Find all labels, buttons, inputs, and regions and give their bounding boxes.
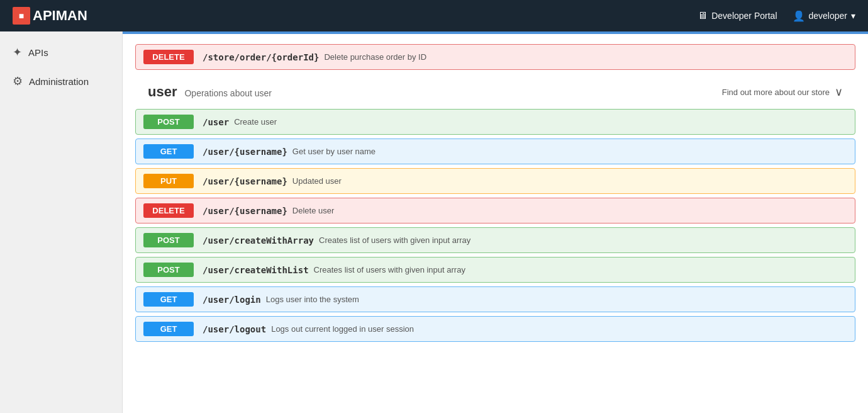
post-badge-5: POST [143,263,194,277]
puzzle-icon: ✦ [13,45,22,59]
endpoint-path-4: /user/createWithArray [203,235,314,246]
endpoint-desc-4: Creates list of users with given input a… [319,235,470,245]
endpoint-desc-2: Updated user [292,176,342,186]
user-label: developer [809,11,848,21]
endpoint-put-2[interactable]: PUT/user/{username}Updated user [135,168,855,194]
gear-icon: ⚙ [13,74,23,88]
store-link-text: Find out more about our store [722,88,830,97]
endpoint-get-1[interactable]: GET/user/{username}Get user by user name [135,139,855,164]
delete-badge: DELETE [143,50,194,64]
sidebar-item-administration[interactable]: ⚙ Administration [0,67,122,96]
get-badge-7: GET [143,322,194,336]
endpoint-desc-7: Logs out current logged in user session [271,324,414,334]
logo-icon: ■ [13,7,30,25]
dev-portal-label: Developer Portal [711,11,777,21]
endpoint-path-1: /user/{username} [203,147,287,157]
api-section: DELETE /store/order/{orderId} Delete pur… [123,34,868,352]
logo-text: APIMAN [33,8,87,24]
endpoint-get-6[interactable]: GET/user/loginLogs user into the system [135,286,855,312]
sidebar-item-apis[interactable]: ✦ APIs [0,38,122,67]
delete-store-order-desc: Delete purchase order by ID [324,52,426,62]
post-badge-4: POST [143,233,194,247]
developer-portal-link[interactable]: Developer Portal [698,10,777,21]
endpoint-path-2: /user/{username} [203,176,287,186]
get-badge-1: GET [143,144,194,159]
get-badge-6: GET [143,292,194,307]
endpoint-delete-store-order[interactable]: DELETE /store/order/{orderId} Delete pur… [135,44,855,70]
section-subtitle: Operations about user [184,88,272,98]
endpoint-desc-6: Logs user into the system [266,295,359,304]
user-menu[interactable]: developer ▾ [793,10,856,22]
logo[interactable]: ■ APIMAN [13,7,87,25]
sidebar: ✦ APIs ⚙ Administration [0,31,123,413]
main-layout: ✦ APIs ⚙ Administration DELETE /store/or… [0,31,868,413]
endpoint-path-5: /user/createWithList [203,265,309,275]
topnav-right: Developer Portal developer ▾ [698,10,855,22]
delete-badge-3: DELETE [143,203,194,218]
put-badge-2: PUT [143,174,194,188]
endpoint-post-5[interactable]: POST/user/createWithListCreates list of … [135,257,855,283]
endpoint-desc-0: Create user [234,117,277,127]
section-title: user [148,84,177,100]
user-icon [793,10,805,22]
endpoint-path-7: /user/logout [203,324,266,334]
delete-store-order-path: /store/order/{orderId} [203,52,319,62]
user-section-header: user Operations about user Find out more… [135,74,855,105]
endpoint-post-4[interactable]: POST/user/createWithArrayCreates list of… [135,227,855,253]
endpoint-path-0: /user [203,117,229,127]
endpoint-delete-3[interactable]: DELETE/user/{username}Delete user [135,198,855,223]
top-navigation: ■ APIMAN Developer Portal developer ▾ [0,0,868,31]
chevron-down-icon: ∨ [835,85,843,99]
endpoint-get-7[interactable]: GET/user/logoutLogs out current logged i… [135,316,855,342]
sidebar-item-apis-label: APIs [28,47,48,58]
endpoint-path-6: /user/login [203,295,261,305]
monitor-icon [698,10,708,21]
section-header-right[interactable]: Find out more about our store ∨ [722,85,843,99]
user-chevron-icon: ▾ [851,11,855,21]
main-content: DELETE /store/order/{orderId} Delete pur… [123,31,868,413]
endpoint-desc-5: Creates list of users with given input a… [314,265,465,274]
section-header-left: user Operations about user [148,84,272,100]
post-badge-0: POST [143,115,194,129]
endpoint-desc-3: Delete user [292,206,334,215]
endpoints-list: POST/userCreate userGET/user/{username}G… [135,109,855,342]
endpoint-post-0[interactable]: POST/userCreate user [135,109,855,135]
endpoint-path-3: /user/{username} [203,206,287,216]
endpoint-desc-1: Get user by user name [292,147,376,156]
sidebar-item-administration-label: Administration [29,76,89,87]
